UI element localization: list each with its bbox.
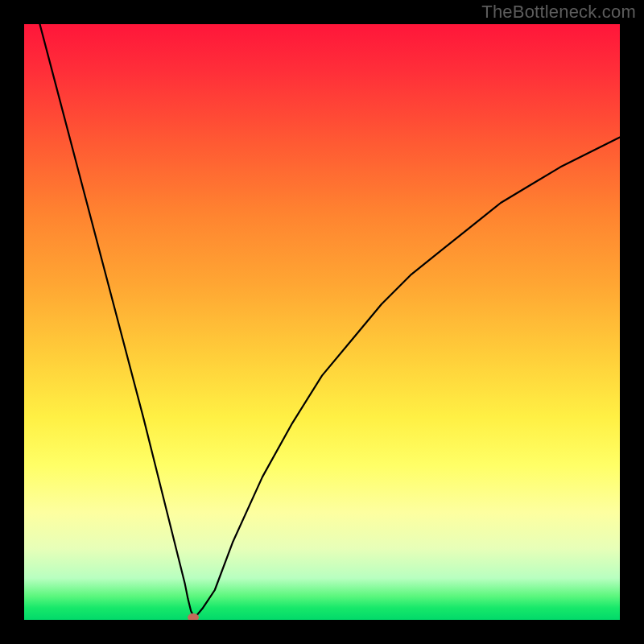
watermark-text: TheBottleneck.com	[481, 2, 636, 23]
minimum-marker-dot	[188, 613, 199, 620]
bottleneck-curve-path	[24, 24, 620, 617]
curve-svg	[24, 24, 620, 620]
plot-area	[24, 24, 620, 620]
chart-frame: TheBottleneck.com	[0, 0, 644, 644]
